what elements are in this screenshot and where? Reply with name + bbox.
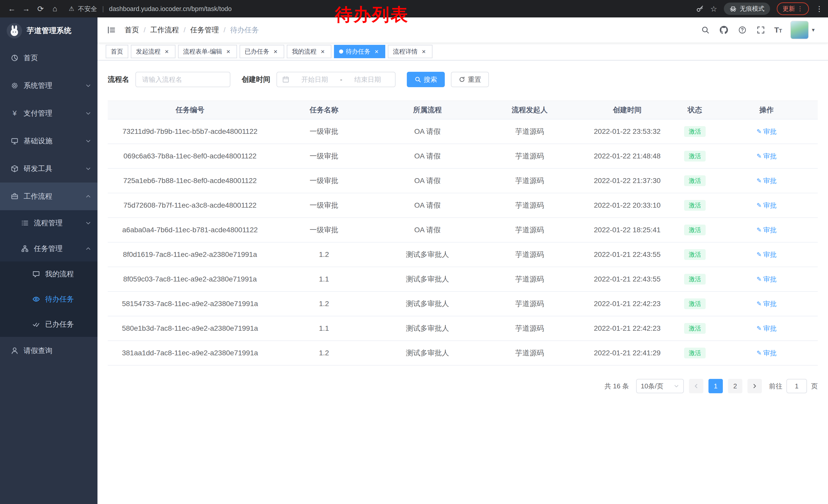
search-button[interactable]: 搜索: [407, 72, 445, 87]
sidebar-item-task-mgmt[interactable]: 任务管理: [0, 236, 97, 262]
approve-label: 审批: [763, 250, 777, 259]
date-range-picker[interactable]: 开始日期 - 结束日期: [277, 72, 396, 87]
app-logo[interactable]: 芋道管理系统: [0, 17, 97, 44]
tab-label: 待办任务: [346, 47, 370, 56]
back-icon[interactable]: ←: [5, 2, 18, 15]
close-icon[interactable]: ×: [420, 48, 427, 55]
sidebar-item-infrastructure[interactable]: 基础设施: [0, 127, 97, 155]
github-icon[interactable]: [719, 25, 729, 35]
tab-form-edit[interactable]: 流程表单-编辑×: [178, 45, 237, 58]
page-number-list: 12: [708, 379, 742, 393]
cell-starter: 芋道源码: [479, 127, 580, 136]
approve-button[interactable]: ✎审批: [756, 300, 777, 308]
sidebar-item-my-process[interactable]: 我的流程: [0, 262, 97, 287]
close-icon[interactable]: ×: [373, 48, 380, 55]
pagination: 共 16 条 10条/页 12 前往: [108, 379, 818, 393]
breadcrumb-item[interactable]: 工作流程: [150, 25, 179, 35]
url-separator: |: [102, 5, 104, 12]
cell-name: 一级审批: [272, 127, 376, 136]
page-1[interactable]: 1: [708, 379, 723, 393]
tab-my-process[interactable]: 我的流程×: [287, 45, 331, 58]
approve-button[interactable]: ✎审批: [756, 275, 777, 284]
close-icon[interactable]: ×: [319, 48, 326, 55]
approve-button[interactable]: ✎审批: [756, 226, 777, 235]
table-row: 381aa1dd-7ac8-11ec-a9e2-a2380e71991a1.2测…: [108, 341, 818, 366]
goto-label: 前往: [769, 382, 782, 391]
prev-page-button[interactable]: [689, 379, 703, 393]
logo-rabbit-icon: [7, 23, 22, 39]
navbar-right-controls: TT ▾: [700, 21, 820, 39]
dashboard-icon: [10, 54, 19, 62]
tab-todo-tasks[interactable]: 待办任务×: [334, 45, 385, 58]
approve-button[interactable]: ✎审批: [756, 201, 777, 210]
cell-time: 2022-01-22 21:48:48: [580, 152, 674, 160]
sidebar-item-payment[interactable]: ¥支付管理: [0, 99, 97, 127]
sidebar-item-system[interactable]: 系统管理: [0, 72, 97, 99]
key-icon[interactable]: [696, 5, 704, 12]
cell-starter: 芋道源码: [479, 151, 580, 161]
cell-process: OA 请假: [376, 176, 479, 186]
cell-time: 2022-01-22 21:37:30: [580, 177, 674, 185]
tab-label: 发起流程: [136, 47, 161, 56]
hamburger-icon[interactable]: [106, 25, 117, 36]
reload-icon[interactable]: ⟳: [34, 2, 47, 15]
column-header: 所属流程: [376, 105, 479, 115]
edit-icon: ✎: [756, 276, 761, 283]
browser-menu-icon[interactable]: ⋮: [816, 5, 823, 13]
process-name-input[interactable]: [135, 72, 230, 87]
tab-done-tasks[interactable]: 已办任务×: [240, 45, 284, 58]
help-icon[interactable]: [737, 25, 747, 35]
sidebar-item-label: 研发工具: [24, 164, 85, 174]
close-icon[interactable]: ×: [163, 48, 170, 55]
cell-action: ✎审批: [715, 176, 818, 185]
table-row: 8f0d1619-7ac8-11ec-a9e2-a2380e71991a1.2测…: [108, 242, 818, 267]
chevron-down-icon: [85, 110, 91, 117]
tab-home[interactable]: 首页: [106, 45, 128, 58]
approve-button[interactable]: ✎审批: [756, 152, 777, 161]
chevron-down-icon: [85, 83, 91, 89]
sidebar-item-done-tasks[interactable]: 已办任务: [0, 312, 97, 337]
sidebar-item-home[interactable]: 首页: [0, 44, 97, 72]
next-page-button[interactable]: [747, 379, 762, 393]
sidebar-item-workflow[interactable]: 工作流程: [0, 183, 97, 210]
approve-button[interactable]: ✎审批: [756, 324, 777, 333]
sidebar-item-label: 请假查询: [24, 346, 91, 356]
reset-button[interactable]: 重置: [451, 72, 489, 87]
address-bar[interactable]: ⚠ 不安全 | dashboard.yudao.iocoder.cn/bpm/t…: [69, 5, 232, 13]
app-title: 芋道管理系统: [27, 26, 71, 36]
sidebar-item-process-mgmt[interactable]: 流程管理: [0, 210, 97, 236]
table-row: 069c6a63-7b8a-11ec-8ef0-acde48001122一级审批…: [108, 144, 818, 169]
fullscreen-icon[interactable]: [756, 25, 766, 35]
tab-start-process[interactable]: 发起流程×: [131, 45, 175, 58]
page-content: 流程名 创建时间 开始日期 - 结束日期: [97, 60, 828, 504]
close-icon[interactable]: ×: [225, 48, 232, 55]
breadcrumb-item[interactable]: 首页: [125, 25, 139, 35]
search-icon[interactable]: [700, 25, 710, 35]
star-icon[interactable]: ☆: [710, 4, 717, 13]
browser-chrome: ← → ⟳ ⌂ ⚠ 不安全 | dashboard.yudao.iocoder.…: [0, 0, 828, 17]
approve-label: 审批: [763, 152, 777, 161]
tab-process-detail[interactable]: 流程详情×: [388, 45, 432, 58]
page-size-select[interactable]: 10条/页: [636, 379, 684, 393]
page-2[interactable]: 2: [728, 379, 742, 393]
approve-button[interactable]: ✎审批: [756, 250, 777, 259]
sidebar-item-todo-tasks[interactable]: 待办任务: [0, 287, 97, 312]
home-icon[interactable]: ⌂: [48, 2, 61, 15]
main-area: 首页/工作流程/任务管理/待办任务 TT: [97, 17, 828, 504]
edit-icon: ✎: [756, 177, 761, 184]
close-icon[interactable]: ×: [272, 48, 279, 55]
fontsize-icon[interactable]: TT: [774, 26, 782, 34]
approve-button[interactable]: ✎审批: [756, 127, 777, 136]
sidebar-item-leave-query[interactable]: 请假查询: [0, 337, 97, 365]
breadcrumb-item[interactable]: 任务管理: [190, 25, 219, 35]
approve-button[interactable]: ✎审批: [756, 176, 777, 185]
status-badge: 激活: [684, 200, 706, 211]
user-menu[interactable]: ▾: [790, 21, 815, 39]
update-button[interactable]: 更新 ⋮: [777, 2, 809, 15]
breadcrumb-item: 待办任务: [230, 25, 259, 35]
goto-page-input[interactable]: [786, 379, 807, 393]
sidebar-item-devtools[interactable]: 研发工具: [0, 155, 97, 183]
approve-button[interactable]: ✎审批: [756, 349, 777, 358]
forward-icon[interactable]: →: [19, 2, 33, 15]
task-table: 任务编号任务名称所属流程流程发起人创建时间状态操作 73211d9d-7b9b-…: [108, 100, 818, 366]
